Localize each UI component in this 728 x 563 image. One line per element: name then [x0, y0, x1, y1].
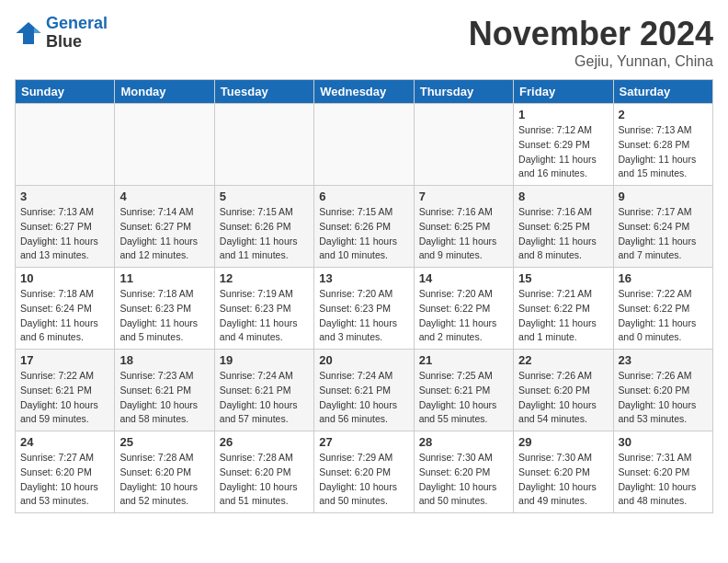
calendar-cell: 15Sunrise: 7:21 AM Sunset: 6:22 PM Dayli…: [514, 268, 613, 350]
calendar-cell: [16, 104, 115, 186]
day-number: 30: [619, 435, 708, 449]
day-number: 26: [220, 435, 309, 449]
day-number: 14: [419, 271, 508, 285]
day-number: 24: [20, 435, 109, 449]
day-number: 10: [20, 271, 109, 285]
calendar-cell: 29Sunrise: 7:30 AM Sunset: 6:20 PM Dayli…: [514, 431, 613, 513]
week-row-4: 17Sunrise: 7:22 AM Sunset: 6:21 PM Dayli…: [16, 350, 713, 431]
day-info: Sunrise: 7:28 AM Sunset: 6:20 PM Dayligh…: [220, 451, 309, 509]
day-info: Sunrise: 7:26 AM Sunset: 6:20 PM Dayligh…: [518, 369, 608, 427]
days-header-row: SundayMondayTuesdayWednesdayThursdayFrid…: [16, 80, 713, 104]
calendar-cell: [214, 104, 313, 186]
day-number: 3: [20, 190, 109, 203]
logo-line2: Blue: [46, 33, 108, 52]
day-info: Sunrise: 7:15 AM Sunset: 6:26 PM Dayligh…: [220, 205, 309, 263]
day-header-saturday: Saturday: [613, 80, 712, 104]
day-number: 13: [319, 271, 408, 285]
calendar-cell: 19Sunrise: 7:24 AM Sunset: 6:21 PM Dayli…: [214, 350, 313, 431]
day-info: Sunrise: 7:16 AM Sunset: 6:25 PM Dayligh…: [419, 205, 508, 263]
day-number: 23: [619, 353, 708, 367]
calendar-cell: 17Sunrise: 7:22 AM Sunset: 6:21 PM Dayli…: [16, 350, 115, 431]
calendar-cell: 20Sunrise: 7:24 AM Sunset: 6:21 PM Dayli…: [314, 350, 414, 431]
day-number: 12: [220, 271, 309, 285]
calendar-cell: 9Sunrise: 7:17 AM Sunset: 6:24 PM Daylig…: [613, 186, 712, 268]
calendar-cell: 6Sunrise: 7:15 AM Sunset: 6:26 PM Daylig…: [314, 186, 414, 268]
calendar-cell: 21Sunrise: 7:25 AM Sunset: 6:21 PM Dayli…: [414, 350, 513, 431]
day-info: Sunrise: 7:24 AM Sunset: 6:21 PM Dayligh…: [319, 369, 408, 427]
calendar-cell: 7Sunrise: 7:16 AM Sunset: 6:25 PM Daylig…: [414, 186, 513, 268]
day-number: 9: [619, 190, 708, 203]
day-number: 27: [319, 435, 408, 449]
day-number: 4: [119, 190, 209, 203]
day-info: Sunrise: 7:27 AM Sunset: 6:20 PM Dayligh…: [20, 451, 109, 509]
day-info: Sunrise: 7:30 AM Sunset: 6:20 PM Dayligh…: [518, 451, 608, 509]
day-info: Sunrise: 7:19 AM Sunset: 6:23 PM Dayligh…: [220, 287, 309, 345]
calendar-cell: 25Sunrise: 7:28 AM Sunset: 6:20 PM Dayli…: [115, 431, 214, 513]
logo-text: General Blue: [46, 15, 108, 52]
calendar-cell: [115, 104, 214, 186]
calendar-table: SundayMondayTuesdayWednesdayThursdayFrid…: [15, 79, 713, 513]
day-info: Sunrise: 7:16 AM Sunset: 6:25 PM Dayligh…: [518, 205, 608, 263]
day-header-tuesday: Tuesday: [214, 80, 313, 104]
day-number: 29: [518, 435, 608, 449]
day-info: Sunrise: 7:13 AM Sunset: 6:28 PM Dayligh…: [619, 123, 708, 181]
calendar-cell: 23Sunrise: 7:26 AM Sunset: 6:20 PM Dayli…: [613, 350, 712, 431]
day-info: Sunrise: 7:18 AM Sunset: 6:24 PM Dayligh…: [20, 287, 109, 345]
day-info: Sunrise: 7:18 AM Sunset: 6:23 PM Dayligh…: [119, 287, 209, 345]
day-info: Sunrise: 7:23 AM Sunset: 6:21 PM Dayligh…: [119, 369, 209, 427]
day-info: Sunrise: 7:14 AM Sunset: 6:27 PM Dayligh…: [119, 205, 209, 263]
calendar-cell: 10Sunrise: 7:18 AM Sunset: 6:24 PM Dayli…: [16, 268, 115, 350]
week-row-3: 10Sunrise: 7:18 AM Sunset: 6:24 PM Dayli…: [16, 268, 713, 350]
day-number: 19: [220, 353, 309, 367]
week-row-1: 1Sunrise: 7:12 AM Sunset: 6:29 PM Daylig…: [16, 104, 713, 186]
location: Gejiu, Yunnan, China: [469, 53, 713, 70]
day-info: Sunrise: 7:30 AM Sunset: 6:20 PM Dayligh…: [419, 451, 508, 509]
day-info: Sunrise: 7:31 AM Sunset: 6:20 PM Dayligh…: [619, 451, 708, 509]
calendar-cell: 22Sunrise: 7:26 AM Sunset: 6:20 PM Dayli…: [514, 350, 613, 431]
calendar-cell: 3Sunrise: 7:13 AM Sunset: 6:27 PM Daylig…: [16, 186, 115, 268]
day-header-thursday: Thursday: [414, 80, 513, 104]
day-number: 2: [619, 108, 708, 121]
month-title: November 2024: [469, 15, 713, 53]
day-header-friday: Friday: [514, 80, 613, 104]
day-number: 5: [220, 190, 309, 203]
calendar-cell: 1Sunrise: 7:12 AM Sunset: 6:29 PM Daylig…: [514, 104, 613, 186]
week-row-5: 24Sunrise: 7:27 AM Sunset: 6:20 PM Dayli…: [16, 431, 713, 513]
day-number: 17: [20, 353, 109, 367]
calendar-cell: 16Sunrise: 7:22 AM Sunset: 6:22 PM Dayli…: [613, 268, 712, 350]
day-info: Sunrise: 7:28 AM Sunset: 6:20 PM Dayligh…: [119, 451, 209, 509]
calendar-cell: 4Sunrise: 7:14 AM Sunset: 6:27 PM Daylig…: [115, 186, 214, 268]
calendar-cell: 27Sunrise: 7:29 AM Sunset: 6:20 PM Dayli…: [314, 431, 414, 513]
day-number: 15: [518, 271, 608, 285]
day-header-sunday: Sunday: [16, 80, 115, 104]
title-area: November 2024 Gejiu, Yunnan, China: [469, 15, 713, 70]
logo: General Blue: [15, 15, 108, 52]
calendar-cell: 8Sunrise: 7:16 AM Sunset: 6:25 PM Daylig…: [514, 186, 613, 268]
day-info: Sunrise: 7:15 AM Sunset: 6:26 PM Dayligh…: [319, 205, 408, 263]
logo-icon: [15, 20, 42, 46]
calendar-cell: 12Sunrise: 7:19 AM Sunset: 6:23 PM Dayli…: [214, 268, 313, 350]
calendar-cell: 24Sunrise: 7:27 AM Sunset: 6:20 PM Dayli…: [16, 431, 115, 513]
calendar-cell: 26Sunrise: 7:28 AM Sunset: 6:20 PM Dayli…: [214, 431, 313, 513]
day-number: 25: [119, 435, 209, 449]
day-number: 20: [319, 353, 408, 367]
day-info: Sunrise: 7:12 AM Sunset: 6:29 PM Dayligh…: [518, 123, 608, 181]
day-info: Sunrise: 7:26 AM Sunset: 6:20 PM Dayligh…: [619, 369, 708, 427]
day-number: 6: [319, 190, 408, 203]
calendar-cell: 11Sunrise: 7:18 AM Sunset: 6:23 PM Dayli…: [115, 268, 214, 350]
calendar-cell: 5Sunrise: 7:15 AM Sunset: 6:26 PM Daylig…: [214, 186, 313, 268]
day-number: 21: [419, 353, 508, 367]
logo-line1: General: [46, 14, 108, 32]
day-info: Sunrise: 7:17 AM Sunset: 6:24 PM Dayligh…: [619, 205, 708, 263]
day-info: Sunrise: 7:20 AM Sunset: 6:22 PM Dayligh…: [419, 287, 508, 345]
day-info: Sunrise: 7:20 AM Sunset: 6:23 PM Dayligh…: [319, 287, 408, 345]
calendar-cell: 30Sunrise: 7:31 AM Sunset: 6:20 PM Dayli…: [613, 431, 712, 513]
day-number: 11: [119, 271, 209, 285]
day-info: Sunrise: 7:24 AM Sunset: 6:21 PM Dayligh…: [220, 369, 309, 427]
day-number: 16: [619, 271, 708, 285]
day-info: Sunrise: 7:22 AM Sunset: 6:21 PM Dayligh…: [20, 369, 109, 427]
day-info: Sunrise: 7:29 AM Sunset: 6:20 PM Dayligh…: [319, 451, 408, 509]
day-header-monday: Monday: [115, 80, 214, 104]
day-info: Sunrise: 7:22 AM Sunset: 6:22 PM Dayligh…: [619, 287, 708, 345]
calendar-cell: 2Sunrise: 7:13 AM Sunset: 6:28 PM Daylig…: [613, 104, 712, 186]
